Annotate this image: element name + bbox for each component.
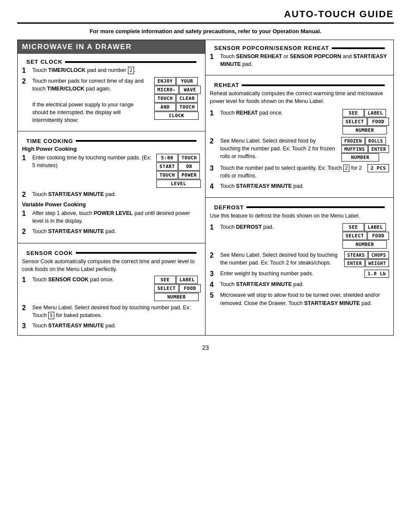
rh-display1: SEE LABEL SELECT FOOD NUMBER — [342, 109, 389, 134]
time-step2-text: Touch START/EASY MINUTE pad. — [32, 190, 201, 198]
rh-step3-text: Touch the number pad to select quantity.… — [220, 164, 363, 180]
reheat-step2: 2 See Menu Label. Select desired food by… — [210, 137, 389, 162]
reheat-step4: 4 Touch START/EASY MINUTE pad. — [210, 182, 389, 190]
df-box-select: SELECT — [342, 232, 367, 240]
rh-box-rolls: ROLLS — [365, 137, 386, 145]
rh-box-see: SEE — [342, 109, 364, 117]
df-box-label: LABEL — [364, 223, 386, 231]
defrost-section: DEFROST Use this feature to defrost the … — [206, 199, 393, 312]
reheat-step1: 1 Touch REHEAT pad once. SEE LABEL SELEC… — [210, 109, 389, 134]
defrost-step1: 1 Touch DEFROST pad. SEE LABEL SELECT FO… — [210, 223, 389, 249]
rh-box-frozen: FROZEN — [341, 137, 365, 145]
sc-row1: SEE LABEL — [154, 276, 201, 284]
df-d1-row1: SEE LABEL — [342, 223, 389, 231]
rh-box-number: NUMBER — [342, 126, 387, 134]
tc-row4: LEVEL — [156, 180, 201, 188]
df-display3: 1.0 Lb — [364, 270, 389, 278]
rh-step-num-4: 4 — [210, 182, 218, 190]
sc-step1-text: Touch SENSOR COOK pad once. — [32, 276, 150, 283]
sc-row3: NUMBER — [154, 293, 201, 301]
rh-display2: FROZEN ROLLS MUFFINS ENTER NUMBER — [341, 137, 389, 162]
var-step2: 2 Touch START/EASY MINUTE pad. — [22, 227, 201, 236]
df-box-weight: WEIGHT — [365, 259, 389, 267]
sensor-cook-label: SENSOR COOK — [26, 250, 73, 256]
df-step2-text: See Menu Label. Select desired food by t… — [220, 251, 340, 267]
box-touch2: TOUCH — [176, 103, 198, 111]
time-step1: 1 Enter cooking time by touching number … — [22, 154, 201, 188]
microwave-title: MICROWAVE IN A DRAWER — [18, 40, 205, 54]
box-500: 5:00 — [156, 154, 178, 162]
rh-step4-text: Touch START/EASY MINUTE pad. — [220, 182, 389, 190]
rh-d1-row2: SELECT FOOD — [342, 118, 389, 126]
rh-d2-row3: NUMBER — [341, 153, 389, 162]
df-d3-row1: 1.0 Lb — [364, 270, 389, 278]
time-cooking-header: TIME COOKING — [22, 136, 201, 146]
main-content: MICROWAVE IN A DRAWER SET CLOCK 1 Touch … — [17, 40, 394, 336]
sp-step-num-1: 1 — [210, 53, 218, 61]
defrost-bar — [246, 206, 385, 208]
var-step-num-1: 1 — [22, 209, 30, 218]
box-level: LEVEL — [156, 180, 201, 188]
sc-display: SEE LABEL SELECT FOOD NUMBER — [154, 276, 201, 301]
tc-row3: TOUCH POWER — [156, 171, 201, 179]
box-number: NUMBER — [154, 293, 199, 301]
df-step-num-5: 5 — [210, 291, 218, 299]
sensor-popcorn-section: SENSOR POPCORN/SENSOR REHEAT 1 Touch SEN… — [206, 40, 393, 73]
box-power: POWER — [178, 171, 200, 179]
box-start: START — [156, 162, 178, 171]
sensor-popcorn-label: SENSOR POPCORN/SENSOR REHEAT — [214, 45, 329, 51]
tc-row1: 5:00 TOUCH — [156, 154, 201, 162]
rh-step-num-1: 1 — [210, 109, 218, 117]
set-clock-header: SET CLOCK — [22, 56, 201, 66]
var-step-num-2: 2 — [22, 227, 30, 236]
box-clear: CLEAR — [176, 94, 198, 103]
rh-box-muffins: MUFFINS — [341, 145, 368, 153]
display-row-5: CLOCK — [154, 112, 201, 120]
set-clock-label: SET CLOCK — [26, 59, 62, 65]
sc-step3: 3 Touch START/EASY MINUTE pad. — [22, 322, 201, 330]
time-step-num-1: 1 — [22, 154, 30, 162]
divider-4 — [206, 197, 393, 198]
sensor-cook-desc: Sensor Cook automatically computes the c… — [22, 258, 201, 273]
sensor-cook-bar — [76, 252, 196, 254]
time-step1-text: Enter cooking time by touching number pa… — [32, 154, 152, 169]
defrost-step4: 4 Touch START/EASY MINUTE pad. — [210, 280, 389, 289]
sp-bar — [332, 47, 385, 49]
box-food: FOOD — [179, 284, 201, 292]
df-step-num-1: 1 — [210, 223, 218, 231]
df-box-steaks: STEAKS — [344, 251, 368, 259]
step2-note: If the electrical power supply to your r… — [32, 102, 134, 123]
sc-step3-text: Touch START/EASY MINUTE pad. — [32, 322, 201, 330]
df-display2: STEAKS CHOPS ENTER WEIGHT — [344, 251, 389, 267]
box-select: SELECT — [154, 284, 179, 292]
rh-box-2pcs: 2 PCS — [367, 164, 389, 172]
divider-1 — [18, 131, 205, 131]
rh-step-num-3: 3 — [210, 164, 218, 172]
set-clock-step1: 1 Touch TIMER/CLOCK pad and number 2. — [22, 66, 201, 75]
rh-d2-row2: MUFFINS ENTER — [341, 145, 389, 153]
rh-step-num-2: 2 — [210, 137, 218, 145]
divider-3 — [206, 75, 393, 75]
box-wave: WAVE — [179, 86, 201, 94]
defrost-label: DEFROST — [214, 204, 244, 211]
reheat-bar — [242, 84, 385, 86]
rh-d3-row1: 2 PCS — [367, 164, 389, 172]
step-num-2: 2 — [22, 77, 30, 85]
set-clock-display: ENJOY YOUR MICRO- WAVE TOUCH CLEAR AND — [154, 77, 201, 120]
box-enjoy: ENJOY — [154, 77, 176, 85]
step1-text: Touch TIMER/CLOCK pad and number 2. — [32, 66, 201, 74]
sp-step1: 1 Touch SENSOR REHEAT or SENSOR POPCORN … — [210, 53, 389, 68]
sc-step-num-1: 1 — [22, 276, 30, 284]
page-title: AUTO-TOUCH GUIDE — [17, 9, 394, 24]
defrost-header: DEFROST — [210, 202, 389, 212]
display-row-4: AND TOUCH — [154, 103, 201, 111]
sensor-popcorn-header: SENSOR POPCORN/SENSOR REHEAT — [210, 43, 389, 53]
df-step-num-2: 2 — [210, 251, 218, 259]
time-step2: 2 Touch START/EASY MINUTE pad. — [22, 190, 201, 199]
box-and: AND — [154, 103, 176, 111]
right-column: SENSOR POPCORN/SENSOR REHEAT 1 Touch SEN… — [206, 40, 393, 335]
df-box-chops: CHOPS — [368, 251, 389, 259]
box-micro: MICRO- — [154, 86, 179, 94]
df-box-number: NUMBER — [342, 240, 387, 249]
set-clock-section: SET CLOCK 1 Touch TIMER/CLOCK pad and nu… — [18, 54, 205, 129]
